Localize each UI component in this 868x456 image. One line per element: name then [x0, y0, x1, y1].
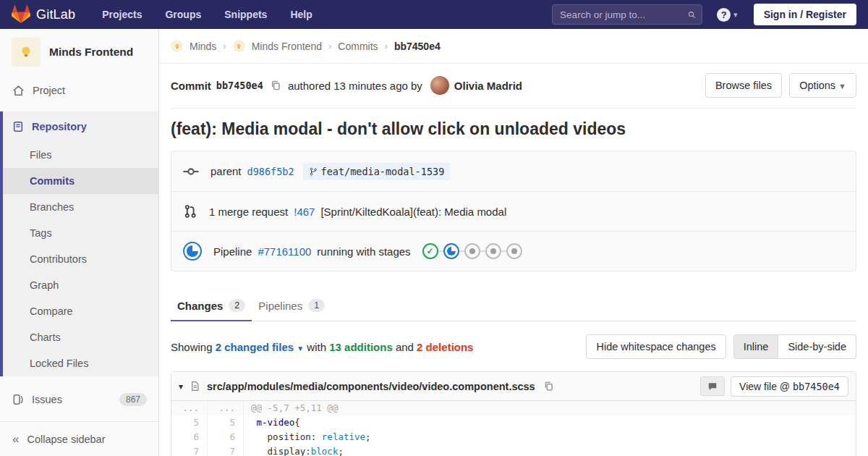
- inline-view-button[interactable]: Inline: [733, 334, 779, 359]
- file-path-link[interactable]: src/app/modules/media/components/video/v…: [207, 381, 535, 392]
- diff-table: ... ... @@ -5,7 +5,11 @@ 5 5 m-video{ 6 …: [171, 401, 856, 456]
- tab-changes-label: Changes: [177, 300, 223, 312]
- sidebar-subitem-branches[interactable]: Branches: [3, 194, 158, 220]
- nav-link-snippets[interactable]: Snippets: [215, 9, 276, 20]
- author-name[interactable]: Olivia Madrid: [454, 80, 522, 92]
- sidebar-item-issues[interactable]: Issues 867: [0, 384, 158, 415]
- collapse-diff-caret[interactable]: ▾: [179, 381, 183, 392]
- view-file-label: View file @: [739, 381, 790, 392]
- stage-running-icon[interactable]: [443, 243, 459, 259]
- changed-files-dropdown[interactable]: 2 changed files ▼: [216, 341, 304, 353]
- code-token: block: [311, 446, 339, 456]
- pipeline-row: Pipeline #77161100 running with stages ✓: [171, 231, 856, 271]
- stage-created-icon[interactable]: [464, 243, 480, 259]
- with-text: with: [307, 341, 326, 353]
- collapse-sidebar-button[interactable]: « Collapse sidebar: [0, 422, 158, 456]
- sidebar-item-project[interactable]: Project: [0, 77, 158, 104]
- pipeline-link[interactable]: #77161100: [258, 245, 311, 258]
- copy-file-path-button[interactable]: [542, 381, 556, 392]
- diff-summary-row: Showing 2 changed files ▼ with 13 additi…: [171, 334, 856, 359]
- sidebar-subitem-contributors[interactable]: Contributors: [3, 246, 158, 272]
- lightbulb-icon: [235, 43, 242, 50]
- merge-request-icon: [183, 204, 197, 219]
- sidebar-project-header[interactable]: Minds Frontend: [0, 29, 158, 77]
- sidebar-item-label: Repository: [32, 121, 87, 132]
- sidebar-subitem-compare[interactable]: Compare: [3, 298, 158, 324]
- breadcrumb-commits[interactable]: Commits: [338, 41, 378, 52]
- sidebar-subitem-commits[interactable]: Commits: [3, 168, 158, 194]
- copy-icon: [543, 381, 554, 392]
- gitlab-logo[interactable]: GitLab: [12, 5, 75, 24]
- author-avatar[interactable]: [430, 76, 449, 95]
- branch-chip[interactable]: feat/media-modal-1539: [303, 163, 451, 180]
- mr-title: [Sprint/KiltedKoala](feat): Media modal: [320, 206, 506, 218]
- nav-link-projects[interactable]: Projects: [93, 9, 151, 20]
- toggle-comments-button[interactable]: [700, 376, 725, 396]
- new-line-number[interactable]: 6: [208, 430, 244, 444]
- breadcrumb-minds[interactable]: Minds: [190, 41, 216, 52]
- group-avatar: [171, 40, 183, 52]
- parent-sha-link[interactable]: d986f5b2: [247, 166, 294, 177]
- pipeline-running-icon: [183, 242, 202, 261]
- code-token: {: [294, 417, 300, 428]
- top-navbar: GitLab Projects Groups Snippets Help ? ▾…: [0, 0, 868, 29]
- project-name: Minds Frontend: [49, 46, 133, 59]
- commit-meta-box: parent d986f5b2 feat/media-modal-1539: [171, 151, 856, 271]
- hide-whitespace-button[interactable]: Hide whitespace changes: [586, 334, 726, 359]
- copy-sha-button[interactable]: [268, 80, 283, 91]
- diff-row: 5 5 m-video{: [171, 415, 856, 430]
- home-icon: [12, 85, 25, 97]
- help-menu[interactable]: ? ▾: [717, 8, 738, 22]
- old-line-number[interactable]: 6: [171, 430, 208, 444]
- stage-created-icon[interactable]: [485, 243, 501, 259]
- stage-connector: [438, 250, 443, 252]
- lightbulb-icon: [18, 44, 34, 60]
- tab-pipelines[interactable]: Pipelines 1: [252, 291, 331, 321]
- sidebar-subitem-locked-files[interactable]: Locked Files: [3, 350, 158, 376]
- branch-icon: [309, 167, 318, 176]
- breadcrumb-sha: bb7450e4: [394, 41, 441, 52]
- side-by-side-view-button[interactable]: Side-by-side: [778, 334, 856, 359]
- signin-register-button[interactable]: Sign in / Register: [754, 4, 856, 25]
- stage-success-icon[interactable]: ✓: [422, 243, 438, 259]
- search-input[interactable]: [560, 9, 688, 20]
- changed-files-label: 2 changed files: [216, 341, 294, 353]
- code-line: display:block;: [244, 444, 856, 456]
- sidebar: Minds Frontend Project Repository Files …: [0, 29, 159, 456]
- diff-view-toggle: Inline Side-by-side: [733, 334, 856, 359]
- authored-text: authored 13 minutes ago by: [288, 80, 422, 92]
- options-dropdown-button[interactable]: Options▼: [789, 73, 856, 98]
- code-token: relative: [322, 431, 365, 442]
- view-file-button[interactable]: View file @ bb7450e4: [731, 376, 848, 397]
- breadcrumb-minds-frontend[interactable]: Minds Frontend: [252, 41, 322, 52]
- old-line-number[interactable]: 7: [171, 444, 208, 456]
- nav-link-help[interactable]: Help: [281, 9, 321, 20]
- gitlab-tanuki-icon: [12, 5, 30, 24]
- parent-row: parent d986f5b2 feat/media-modal-1539: [171, 151, 856, 191]
- tab-pipelines-label: Pipelines: [258, 300, 302, 312]
- issues-count-badge: 867: [119, 393, 147, 406]
- tab-changes[interactable]: Changes 2: [171, 291, 252, 321]
- sidebar-subitem-tags[interactable]: Tags: [3, 220, 158, 246]
- sidebar-subitem-files[interactable]: Files: [3, 142, 158, 168]
- pipeline-mini-graph: ✓: [422, 243, 522, 259]
- parent-label: parent: [210, 165, 242, 177]
- stage-connector: [501, 250, 506, 252]
- global-search[interactable]: [552, 4, 702, 25]
- new-line-number[interactable]: 5: [208, 415, 244, 430]
- and-text: and: [396, 341, 414, 353]
- stage-connector: [459, 250, 464, 252]
- nav-link-groups[interactable]: Groups: [156, 9, 210, 20]
- stage-created-icon[interactable]: [506, 243, 522, 259]
- sidebar-item-repository[interactable]: Repository: [3, 111, 158, 142]
- mr-link[interactable]: !467: [294, 206, 315, 218]
- sidebar-subitem-graph[interactable]: Graph: [3, 272, 158, 298]
- view-file-sha: bb7450e4: [793, 381, 840, 392]
- old-line-number[interactable]: 5: [171, 415, 208, 430]
- commit-label: Commit: [171, 80, 211, 92]
- sidebar-item-label: Issues: [32, 394, 62, 405]
- new-line-number[interactable]: 7: [208, 444, 244, 456]
- chevron-double-left-icon: «: [12, 432, 19, 447]
- browse-files-button[interactable]: Browse files: [705, 73, 782, 98]
- sidebar-subitem-charts[interactable]: Charts: [3, 324, 158, 350]
